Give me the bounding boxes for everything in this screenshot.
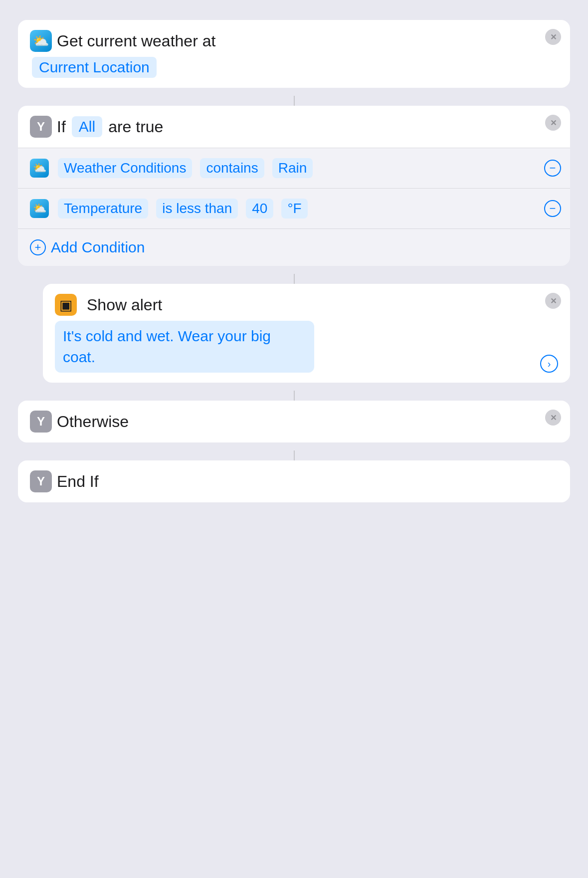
otherwise-filter-icon: Y	[30, 411, 52, 433]
add-condition-label: Add Condition	[51, 239, 145, 256]
get-weather-title-row: ⛅ Get current weather at	[30, 30, 558, 52]
end-if-label: End If	[57, 472, 99, 491]
condition-2-row: ⛅ Temperature is less than 40 °F −	[18, 188, 570, 228]
close-icon: ✕	[550, 32, 557, 42]
weather-app-icon: ⛅	[30, 30, 52, 52]
if-group: Y If All are true ✕ ⛅ Weather Conditions…	[18, 106, 570, 266]
are-true-label: are true	[108, 118, 163, 136]
end-if-filter-icon: Y	[30, 470, 52, 492]
show-alert-title-row: ▣ Show alert	[55, 294, 558, 316]
show-alert-close-button[interactable]: ✕	[545, 293, 561, 309]
close-icon: ✕	[550, 118, 557, 128]
connector-line-2	[294, 274, 295, 284]
end-if-card: Y End If	[18, 460, 570, 502]
if-header: Y If All are true ✕	[18, 106, 570, 148]
temperature-icon: ⛅	[30, 199, 49, 218]
rain-chip[interactable]: Rain	[272, 158, 313, 178]
close-icon: ✕	[550, 413, 557, 423]
temperature-chip[interactable]: Temperature	[58, 199, 148, 219]
otherwise-title-row: Y Otherwise	[30, 411, 558, 433]
if-label: If	[57, 118, 66, 136]
weather-conditions-chip[interactable]: Weather Conditions	[58, 158, 192, 178]
location-row: Current Location	[30, 57, 558, 78]
add-condition-icon: +	[30, 239, 46, 255]
minus-icon-1: −	[550, 162, 556, 175]
get-weather-text: Get current weather at	[57, 32, 215, 50]
alert-message-preview[interactable]: It's cold and wet. Wear your big coat.	[55, 321, 314, 373]
contains-chip[interactable]: contains	[200, 158, 264, 178]
expand-alert-button[interactable]: ›	[540, 355, 558, 373]
weather-conditions-icon: ⛅	[30, 159, 49, 178]
connector-line-4	[294, 450, 295, 460]
current-location-chip[interactable]: Current Location	[32, 57, 157, 78]
connector-line-3	[294, 391, 295, 401]
fahrenheit-chip[interactable]: °F	[281, 199, 307, 219]
filter-icon: Y	[30, 116, 52, 138]
alert-app-icon: ▣	[55, 294, 77, 316]
if-close-button[interactable]: ✕	[545, 115, 561, 131]
end-if-title-row: Y End If	[30, 470, 558, 492]
show-alert-card: ▣ Show alert ✕ It's cold and wet. Wear y…	[43, 284, 570, 383]
get-weather-close-button[interactable]: ✕	[545, 29, 561, 45]
value-40-chip[interactable]: 40	[246, 199, 273, 219]
add-condition-row[interactable]: + Add Condition	[18, 228, 570, 266]
show-alert-text: Show alert	[87, 296, 162, 314]
otherwise-close-button[interactable]: ✕	[545, 410, 561, 426]
condition-1-row: ⛅ Weather Conditions contains Rain −	[18, 148, 570, 188]
remove-condition-2-button[interactable]: −	[544, 200, 561, 217]
all-chip[interactable]: All	[72, 116, 102, 137]
remove-condition-1-button[interactable]: −	[544, 160, 561, 177]
otherwise-card: Y Otherwise ✕	[18, 401, 570, 442]
connector-line-1	[294, 96, 295, 106]
close-icon: ✕	[550, 296, 557, 306]
is-less-than-chip[interactable]: is less than	[156, 199, 238, 219]
otherwise-label: Otherwise	[57, 413, 129, 431]
minus-icon-2: −	[550, 202, 556, 215]
get-weather-card: ⛅ Get current weather at Current Locatio…	[18, 20, 570, 88]
